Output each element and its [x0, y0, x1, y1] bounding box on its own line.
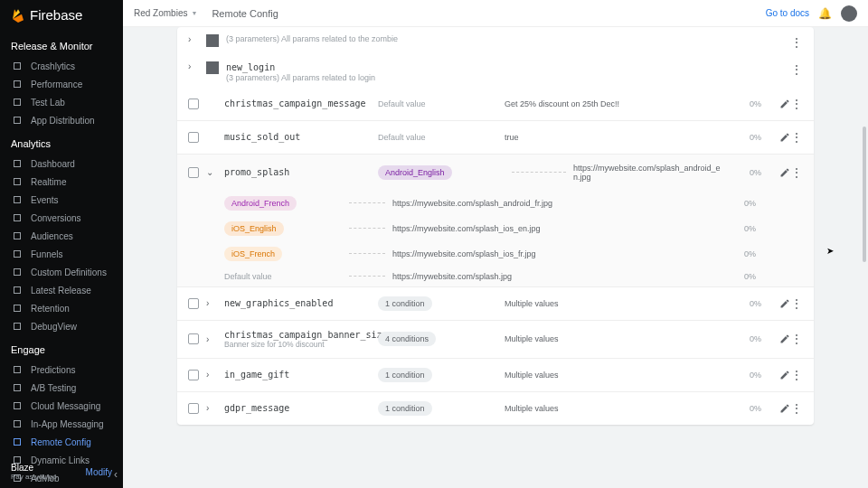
nav-label: Crashlytics [31, 61, 75, 71]
sidebar-item-funnels[interactable]: Funnels [0, 245, 123, 263]
more-icon[interactable]: ⋮ [790, 332, 803, 346]
nav-icon [11, 248, 24, 260]
checkbox[interactable] [188, 403, 199, 414]
more-icon[interactable]: ⋮ [790, 401, 803, 416]
param-value: Multiple values [505, 371, 725, 380]
content: ›(3 parameters) All params related to th… [123, 27, 868, 488]
sidebar-item-cloud-messaging[interactable]: Cloud Messaging [0, 397, 123, 415]
collapse-sidebar-icon[interactable]: ‹ [114, 468, 118, 481]
fetch-pct: 0% [725, 299, 761, 308]
condition-chip[interactable]: iOS_English [224, 221, 284, 236]
edit-icon[interactable] [779, 132, 790, 143]
sidebar-item-events[interactable]: Events [0, 191, 123, 209]
edit-icon[interactable] [779, 370, 790, 380]
more-icon[interactable]: ⋮ [790, 97, 803, 111]
more-icon[interactable]: ⋮ [790, 368, 803, 382]
expand-icon[interactable]: › [206, 370, 219, 380]
edit-icon[interactable] [779, 298, 790, 309]
more-icon[interactable]: ⋮ [790, 130, 803, 145]
param-value: https://mywebsite.com/splash_android_en.… [573, 164, 725, 182]
group-desc: (3 parameters) All params related to the… [226, 34, 398, 45]
sidebar-item-predictions[interactable]: Predictions [0, 361, 123, 379]
nav-label: Retention [31, 304, 70, 314]
more-icon[interactable]: ⋮ [790, 165, 803, 180]
svg-rect-12 [14, 305, 21, 312]
edit-icon[interactable] [779, 99, 790, 109]
sidebar-item-custom-definitions[interactable]: Custom Definitions [0, 263, 123, 281]
sidebar-item-debugview[interactable]: DebugView [0, 317, 123, 335]
plan-modify-link[interactable]: Modify [86, 467, 112, 477]
more-icon[interactable]: ⋮ [790, 35, 803, 50]
checkbox[interactable] [188, 333, 199, 344]
folder-icon [206, 34, 219, 47]
condition-chip[interactable]: Android_English [378, 165, 452, 180]
svg-rect-11 [14, 287, 21, 294]
sidebar-item-in-app-messaging[interactable]: In-App Messaging [0, 415, 123, 433]
nav-label: Remote Config [31, 437, 91, 447]
svg-rect-8 [14, 233, 21, 239]
nav-icon [11, 230, 24, 242]
more-icon[interactable]: ⋮ [790, 296, 803, 311]
nav-label: Events [31, 195, 59, 205]
sidebar-item-performance[interactable]: Performance [0, 75, 123, 93]
variant-row: iOS_Englishhttps://mywebsite.com/splash_… [177, 216, 814, 241]
nav-icon [11, 302, 24, 314]
condition-chip[interactable]: Android_French [224, 196, 297, 211]
svg-rect-0 [14, 63, 21, 70]
param-group: ›new_login(3 parameters) All params rela… [177, 54, 814, 88]
param-desc: Banner size for 10% discount [224, 340, 378, 349]
plan-sub: Pay as you go [11, 473, 57, 481]
connector-line [349, 228, 385, 229]
sidebar-item-retention[interactable]: Retention [0, 299, 123, 317]
brand-label: Firebase [30, 7, 82, 23]
group-desc: (3 parameters) All params related to log… [226, 73, 375, 84]
firebase-logo[interactable]: Firebase [0, 7, 123, 32]
expand-icon[interactable]: › [206, 298, 219, 308]
sidebar-item-realtime[interactable]: Realtime [0, 173, 123, 191]
sidebar-item-test-lab[interactable]: Test Lab [0, 93, 123, 111]
nav-icon [11, 266, 24, 278]
condition-chip[interactable]: iOS_French [224, 247, 282, 261]
sidebar-item-app-distribution[interactable]: App Distribution [0, 111, 123, 129]
nav-label: Conversions [31, 213, 81, 223]
sidebar-item-a-b-testing[interactable]: A/B Testing [0, 379, 123, 397]
checkbox[interactable] [188, 167, 199, 178]
more-icon[interactable]: ⋮ [790, 62, 803, 77]
checkbox[interactable] [188, 132, 199, 143]
sidebar-item-remote-config[interactable]: Remote Config [0, 433, 123, 451]
connector-line [349, 202, 385, 203]
condition-count-chip[interactable]: 1 condition [378, 401, 432, 416]
checkbox[interactable] [188, 99, 199, 109]
sidebar-item-dashboard[interactable]: Dashboard [0, 155, 123, 173]
scrollbar[interactable] [863, 127, 866, 262]
param-value: Multiple values [505, 404, 725, 413]
condition-count-chip[interactable]: 4 conditions [378, 332, 436, 346]
expand-icon[interactable]: › [206, 334, 219, 344]
param-value: https://mywebsite.com/splash.jpg [392, 272, 720, 281]
collapse-icon[interactable]: ⌄ [206, 167, 219, 177]
expand-icon[interactable]: › [206, 403, 219, 413]
expand-icon[interactable]: › [188, 34, 201, 44]
checkbox[interactable] [188, 298, 199, 309]
go-to-docs-link[interactable]: Go to docs [766, 8, 809, 18]
notifications-icon[interactable]: 🔔 [818, 7, 832, 20]
edit-icon[interactable] [779, 333, 790, 344]
sidebar-item-latest-release[interactable]: Latest Release [0, 281, 123, 299]
project-selector[interactable]: Red Zombies ▼ [134, 8, 197, 18]
sidebar-item-conversions[interactable]: Conversions [0, 209, 123, 227]
sidebar-item-audiences[interactable]: Audiences [0, 227, 123, 245]
checkbox[interactable] [188, 370, 199, 380]
expand-icon[interactable]: › [188, 61, 201, 71]
avatar[interactable] [841, 5, 857, 22]
edit-icon[interactable] [779, 403, 790, 414]
nav-icon [11, 96, 24, 108]
nav-label: Test Lab [31, 98, 65, 108]
param-row: ›in_game_gift1 conditionMultiple values0… [177, 359, 814, 392]
main-area: Red Zombies ▼ Remote Config Go to docs 🔔… [123, 0, 868, 488]
edit-icon[interactable] [779, 167, 790, 178]
nav-label: Dashboard [31, 159, 75, 169]
sidebar-item-crashlytics[interactable]: Crashlytics [0, 57, 123, 75]
condition-count-chip[interactable]: 1 condition [378, 296, 432, 311]
condition-count-chip[interactable]: 1 condition [378, 368, 432, 382]
plan-name: Blaze [11, 463, 57, 473]
